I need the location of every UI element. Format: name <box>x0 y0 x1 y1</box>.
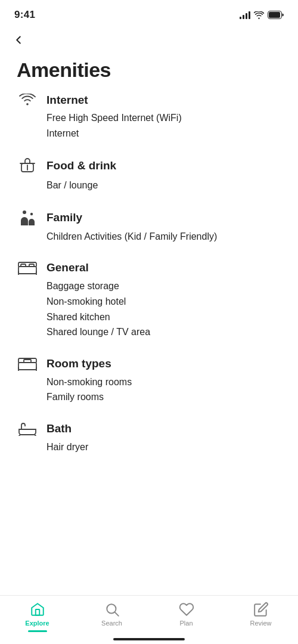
status-bar: 9:41 <box>0 0 298 26</box>
svg-point-5 <box>30 213 33 215</box>
section-family: Family Children Activities (Kid / Family… <box>17 210 281 244</box>
section-room-items: Non-smoking rooms Family rooms <box>17 374 281 405</box>
section-bath: Bath Hair dryer <box>17 422 281 455</box>
list-item: Non-smoking rooms <box>46 374 281 390</box>
list-item: Family rooms <box>46 389 281 405</box>
bed-icon <box>17 261 38 275</box>
nav-review[interactable]: Review <box>224 602 298 627</box>
bath-icon <box>17 422 38 436</box>
section-internet-items: Free High Speed Internet (WiFi) Internet <box>17 110 281 141</box>
back-button[interactable] <box>0 26 298 54</box>
list-item: Internet <box>46 126 281 141</box>
svg-rect-7 <box>21 264 26 267</box>
active-indicator <box>28 630 47 632</box>
section-food-drink: Food & drink Bar / lounge <box>17 157 281 193</box>
svg-line-15 <box>19 435 20 436</box>
status-icons <box>240 11 284 19</box>
list-item: Bar / lounge <box>46 178 281 193</box>
home-icon <box>30 602 45 617</box>
search-icon <box>104 602 120 617</box>
section-internet-title: Internet <box>46 94 88 107</box>
bottom-nav: Explore Search Plan Review <box>0 595 298 644</box>
wifi-status-icon <box>254 11 264 19</box>
page-title: Amenities <box>0 54 298 94</box>
svg-rect-11 <box>18 363 36 370</box>
list-item: Shared kitchen <box>46 309 281 325</box>
list-item: Shared lounge / TV area <box>46 324 281 340</box>
signal-icon <box>240 11 250 19</box>
section-bath-items: Hair dryer <box>17 439 281 455</box>
svg-rect-8 <box>29 264 34 267</box>
nav-plan-label: Plan <box>179 620 193 627</box>
nav-explore-label: Explore <box>25 620 49 627</box>
list-item: Hair dryer <box>46 439 281 455</box>
section-room-title: Room types <box>46 357 111 370</box>
svg-rect-6 <box>18 267 36 274</box>
list-item: Non-smoking hotel <box>46 294 281 309</box>
nav-explore[interactable]: Explore <box>0 602 74 632</box>
nav-search-label: Search <box>101 620 122 627</box>
svg-point-4 <box>23 210 26 214</box>
family-icon <box>17 210 38 225</box>
section-room-types: Room types Non-smoking rooms Family room… <box>17 357 281 405</box>
food-icon <box>17 157 38 174</box>
battery-icon <box>268 11 284 19</box>
svg-line-19 <box>114 612 118 616</box>
section-general-items: Baggage storage Non-smoking hotel Shared… <box>17 278 281 339</box>
nav-review-label: Review <box>250 620 271 627</box>
status-time: 9:41 <box>14 9 35 21</box>
heart-icon <box>179 602 194 617</box>
list-item: Baggage storage <box>46 278 281 294</box>
amenities-list: Internet Free High Speed Internet (WiFi)… <box>0 94 298 455</box>
section-food-title: Food & drink <box>46 159 116 172</box>
list-item: Children Activities (Kid / Family Friend… <box>46 229 281 244</box>
section-family-title: Family <box>46 211 82 224</box>
nav-search[interactable]: Search <box>74 602 149 627</box>
list-item: Free High Speed Internet (WiFi) <box>46 110 281 126</box>
svg-line-16 <box>35 435 36 436</box>
section-food-items: Bar / lounge <box>17 178 281 193</box>
section-internet: Internet Free High Speed Internet (WiFi)… <box>17 94 281 141</box>
svg-rect-12 <box>24 360 31 363</box>
section-general-title: General <box>46 261 89 274</box>
home-indicator <box>113 638 185 640</box>
svg-rect-1 <box>269 12 280 18</box>
section-bath-title: Bath <box>46 422 72 435</box>
section-family-items: Children Activities (Kid / Family Friend… <box>17 229 281 244</box>
roomtype-icon <box>17 357 38 371</box>
edit-icon <box>253 602 269 617</box>
section-general: General Baggage storage Non-smoking hote… <box>17 261 281 339</box>
nav-plan[interactable]: Plan <box>149 602 224 627</box>
svg-rect-17 <box>35 609 39 615</box>
wifi-icon <box>17 94 38 107</box>
